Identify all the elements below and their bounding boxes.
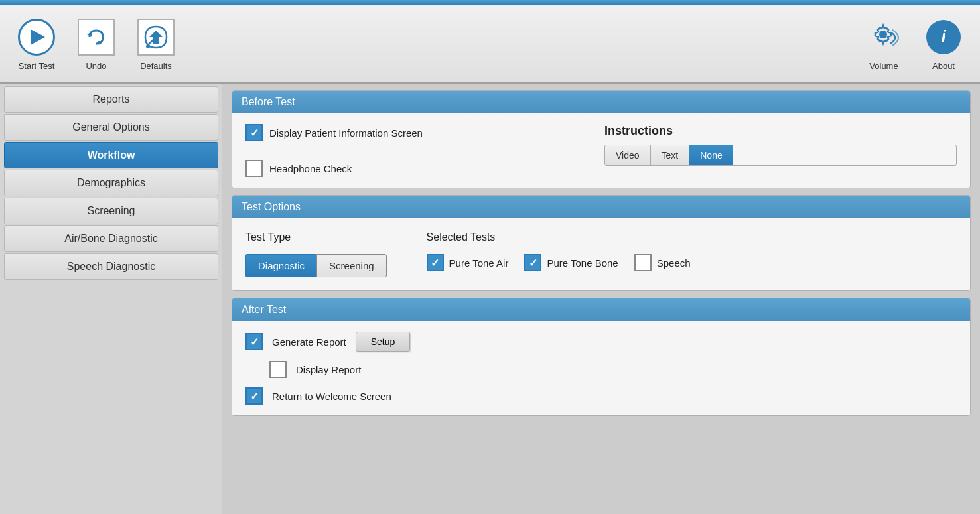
speech-item: Speech	[634, 254, 691, 271]
pure-tone-bone-checkbox[interactable]	[524, 254, 541, 271]
pure-tone-bone-label: Pure Tone Bone	[547, 257, 618, 269]
start-test-label: Start Test	[19, 61, 55, 71]
defaults-button[interactable]: Defaults	[126, 11, 186, 77]
setup-button[interactable]: Setup	[356, 332, 411, 352]
defaults-label: Defaults	[140, 61, 172, 71]
svg-point-2	[879, 31, 887, 38]
return-to-welcome-label: Return to Welcome Screen	[272, 391, 391, 402]
screening-type-button[interactable]: Screening	[316, 254, 387, 277]
instructions-text-button[interactable]: Text	[651, 145, 690, 165]
undo-button[interactable]: Undo	[66, 11, 126, 77]
test-type-column: Test Type Diagnostic Screening	[245, 231, 387, 277]
start-test-button[interactable]: Start Test	[7, 11, 66, 77]
display-patient-info-label: Display Patient Information Screen	[269, 127, 423, 139]
before-test-body: Display Patient Information Screen Headp…	[232, 113, 970, 188]
selected-tests-column: Selected Tests Pure Tone Air Pure Tone B…	[427, 231, 691, 271]
pure-tone-air-label: Pure Tone Air	[449, 257, 509, 269]
volume-button[interactable]: Volume	[854, 11, 914, 77]
sidebar-item-air-bone-diagnostic[interactable]: Air/Bone Diagnostic	[4, 225, 218, 252]
headphone-check-row: Headphone Check	[245, 160, 598, 177]
sidebar: Reports General Options Workflow Demogra…	[0, 84, 222, 514]
sidebar-item-general-options[interactable]: General Options	[4, 114, 218, 141]
undo-label: Undo	[86, 61, 106, 71]
generate-report-label: Generate Report	[272, 336, 346, 348]
about-label: About	[932, 61, 955, 71]
display-report-checkbox[interactable]	[269, 361, 287, 378]
test-type-label: Test Type	[245, 231, 387, 243]
return-to-welcome-checkbox[interactable]	[245, 387, 263, 405]
pure-tone-bone-item: Pure Tone Bone	[524, 254, 618, 271]
test-options-body: Test Type Diagnostic Screening Selected …	[232, 218, 970, 290]
main-layout: Reports General Options Workflow Demogra…	[0, 84, 980, 514]
test-type-button-group: Diagnostic Screening	[245, 254, 387, 277]
sidebar-item-workflow[interactable]: Workflow	[4, 142, 218, 168]
sidebar-item-screening[interactable]: Screening	[4, 198, 218, 224]
play-icon	[17, 17, 56, 57]
selected-tests-label: Selected Tests	[427, 231, 691, 243]
instructions-button-group: Video Text None	[604, 145, 957, 166]
pure-tone-air-item: Pure Tone Air	[427, 254, 509, 271]
volume-icon	[864, 17, 904, 57]
after-test-panel: After Test Generate Report Setup Display…	[232, 298, 971, 416]
title-bar	[0, 0, 980, 5]
instructions-label: Instructions	[604, 124, 957, 138]
content-area: Before Test Display Patient Information …	[222, 84, 980, 514]
volume-label: Volume	[869, 61, 898, 71]
undo-icon	[76, 17, 116, 57]
sidebar-item-reports[interactable]: Reports	[4, 86, 218, 113]
before-test-right: Instructions Video Text None	[604, 124, 957, 177]
after-test-header: After Test	[232, 298, 970, 321]
after-test-body: Generate Report Setup Display Report Ret…	[232, 321, 970, 415]
speech-checkbox[interactable]	[634, 254, 652, 271]
before-test-left: Display Patient Information Screen Headp…	[245, 124, 598, 177]
instructions-video-button[interactable]: Video	[605, 145, 651, 165]
defaults-icon	[136, 17, 176, 57]
pure-tone-air-checkbox[interactable]	[427, 254, 444, 271]
about-icon: i	[924, 17, 963, 57]
display-report-row: Display Report	[269, 361, 957, 378]
about-button[interactable]: i About	[914, 11, 973, 77]
return-to-welcome-row: Return to Welcome Screen	[245, 387, 957, 405]
sidebar-item-demographics[interactable]: Demographics	[4, 170, 218, 196]
sidebar-item-speech-diagnostic[interactable]: Speech Diagnostic	[4, 253, 218, 280]
test-options-header: Test Options	[232, 196, 970, 218]
instructions-none-button[interactable]: None	[689, 145, 733, 165]
generate-report-row: Generate Report Setup	[245, 332, 957, 352]
diagnostic-button[interactable]: Diagnostic	[245, 254, 316, 277]
display-report-label: Display Report	[296, 364, 361, 375]
display-patient-info-checkbox[interactable]	[245, 124, 263, 141]
svg-point-1	[146, 44, 150, 48]
display-patient-info-row: Display Patient Information Screen	[245, 124, 598, 141]
test-options-panel: Test Options Test Type Diagnostic Screen…	[232, 195, 971, 291]
headphone-check-label: Headphone Check	[269, 163, 352, 174]
headphone-check-checkbox[interactable]	[245, 160, 263, 177]
before-test-panel: Before Test Display Patient Information …	[232, 90, 971, 188]
before-test-header: Before Test	[232, 91, 970, 113]
toolbar: Start Test Undo D	[0, 5, 980, 84]
after-test-rows: Generate Report Setup Display Report Ret…	[245, 332, 957, 405]
selected-tests-row: Pure Tone Air Pure Tone Bone Speech	[427, 254, 691, 271]
speech-label: Speech	[657, 257, 691, 269]
generate-report-checkbox[interactable]	[245, 333, 263, 350]
